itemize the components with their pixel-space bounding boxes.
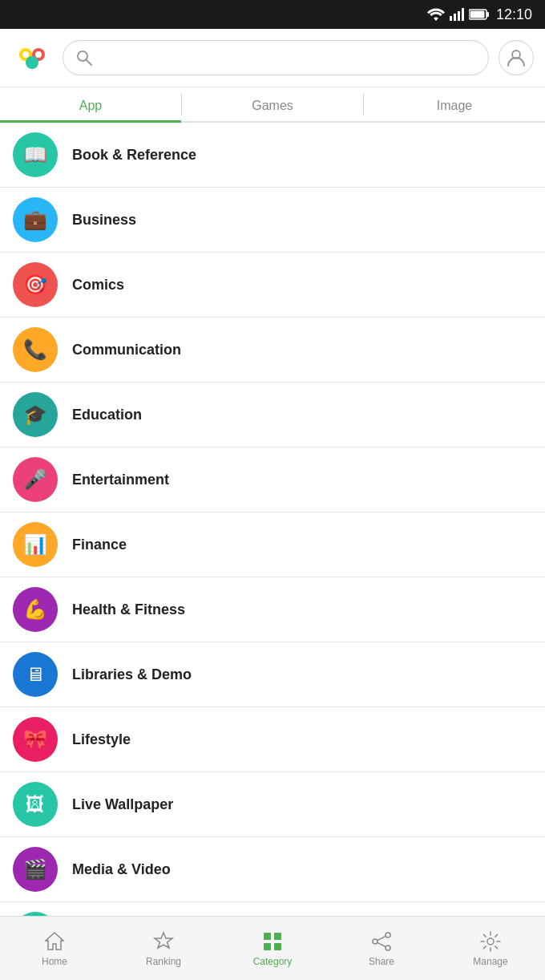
svg-rect-5 xyxy=(486,12,489,17)
svg-line-24 xyxy=(377,936,386,940)
category-icon-communication: 📞 xyxy=(13,327,58,372)
category-label-entertainment: Entertainment xyxy=(72,472,169,488)
category-icon-media-video: 🎬 xyxy=(13,847,58,892)
category-label-education: Education xyxy=(72,407,142,423)
nav-manage[interactable]: Manage xyxy=(436,930,545,967)
svg-rect-2 xyxy=(458,11,460,21)
svg-rect-3 xyxy=(462,8,464,21)
category-label-comics: Comics xyxy=(72,277,124,294)
svg-point-10 xyxy=(26,56,38,69)
category-icon-business: 💼 xyxy=(13,197,58,242)
category-label-media-video: Media & Video xyxy=(72,861,171,878)
search-icon xyxy=(76,50,92,66)
category-label-health-fitness: Health & Fitness xyxy=(72,601,185,618)
category-icon-education: 🎓 xyxy=(13,392,58,437)
svg-point-11 xyxy=(22,51,29,58)
category-icon-live-wallpaper: 🖼 xyxy=(13,782,58,827)
category-icon-health-fitness: 💪 xyxy=(13,587,58,632)
svg-rect-20 xyxy=(274,943,281,950)
svg-point-13 xyxy=(78,51,87,61)
category-list: 📖Book & Reference💼Business🎯Comics📞Commun… xyxy=(0,123,545,980)
svg-rect-0 xyxy=(450,16,452,21)
app-logo xyxy=(11,37,53,79)
nav-share[interactable]: Share xyxy=(327,930,436,967)
category-icon-finance: 📊 xyxy=(13,522,58,567)
category-icon-comics: 🎯 xyxy=(13,262,58,307)
category-item-business[interactable]: 💼Business xyxy=(0,188,545,253)
tabs: App Games Image xyxy=(0,87,545,123)
category-label-book-reference: Book & Reference xyxy=(72,147,196,164)
tab-app[interactable]: App xyxy=(0,87,181,121)
category-item-education[interactable]: 🎓Education xyxy=(0,383,545,447)
category-icon-entertainment: 🎤 xyxy=(13,457,58,502)
category-item-finance[interactable]: 📊Finance xyxy=(0,512,545,577)
category-icon xyxy=(261,930,284,953)
svg-marker-16 xyxy=(155,933,172,948)
tab-games[interactable]: Games xyxy=(182,87,363,121)
wifi-icon xyxy=(427,8,445,21)
category-label-live-wallpaper: Live Wallpaper xyxy=(72,796,173,813)
profile-icon xyxy=(506,47,527,68)
svg-rect-17 xyxy=(264,933,271,940)
category-item-health-fitness[interactable]: 💪Health & Fitness xyxy=(0,577,545,642)
svg-point-26 xyxy=(487,938,494,945)
header xyxy=(0,29,545,87)
svg-point-23 xyxy=(373,939,377,944)
search-bar[interactable] xyxy=(63,40,489,75)
category-item-live-wallpaper[interactable]: 🖼Live Wallpaper xyxy=(0,772,545,837)
bottom-nav: Home Ranking Category Share Manage xyxy=(0,916,545,980)
nav-home[interactable]: Home xyxy=(0,930,109,967)
category-item-entertainment[interactable]: 🎤Entertainment xyxy=(0,447,545,512)
signal-icon xyxy=(450,8,464,21)
category-label-business: Business xyxy=(72,212,136,229)
battery-icon xyxy=(469,9,490,20)
category-label-lifestyle: Lifestyle xyxy=(72,731,131,748)
svg-rect-18 xyxy=(274,933,281,940)
category-item-libraries-demo[interactable]: 🖥Libraries & Demo xyxy=(0,642,545,707)
svg-point-12 xyxy=(35,51,42,58)
category-label-communication: Communication xyxy=(72,342,181,358)
search-input[interactable] xyxy=(100,51,475,65)
category-item-media-video[interactable]: 🎬Media & Video xyxy=(0,837,545,902)
content-area: 📖Book & Reference💼Business🎯Comics📞Commun… xyxy=(0,123,545,980)
category-label-libraries-demo: Libraries & Demo xyxy=(72,666,192,683)
category-icon-lifestyle: 🎀 xyxy=(13,717,58,762)
category-label-finance: Finance xyxy=(72,537,127,553)
category-item-book-reference[interactable]: 📖Book & Reference xyxy=(0,123,545,188)
category-item-lifestyle[interactable]: 🎀Lifestyle xyxy=(0,707,545,772)
status-bar: 12:10 xyxy=(0,0,545,29)
svg-line-25 xyxy=(377,942,386,946)
svg-rect-6 xyxy=(470,11,484,18)
profile-button[interactable] xyxy=(499,40,534,75)
svg-rect-19 xyxy=(264,943,271,950)
category-item-comics[interactable]: 🎯Comics xyxy=(0,253,545,318)
share-icon xyxy=(370,930,393,953)
svg-point-22 xyxy=(386,946,390,950)
tab-image[interactable]: Image xyxy=(364,87,545,121)
category-item-communication[interactable]: 📞Communication xyxy=(0,318,545,383)
nav-ranking[interactable]: Ranking xyxy=(109,930,218,967)
status-icons xyxy=(427,8,490,21)
category-icon-libraries-demo: 🖥 xyxy=(13,652,58,697)
nav-category[interactable]: Category xyxy=(218,930,327,967)
logo-icon xyxy=(13,38,51,77)
svg-rect-1 xyxy=(454,14,456,21)
manage-icon xyxy=(479,930,502,953)
ranking-icon xyxy=(152,930,175,953)
svg-point-21 xyxy=(386,933,390,937)
category-icon-book-reference: 📖 xyxy=(13,132,58,177)
svg-line-14 xyxy=(87,60,91,65)
status-time: 12:10 xyxy=(496,6,532,23)
home-icon xyxy=(43,930,66,953)
